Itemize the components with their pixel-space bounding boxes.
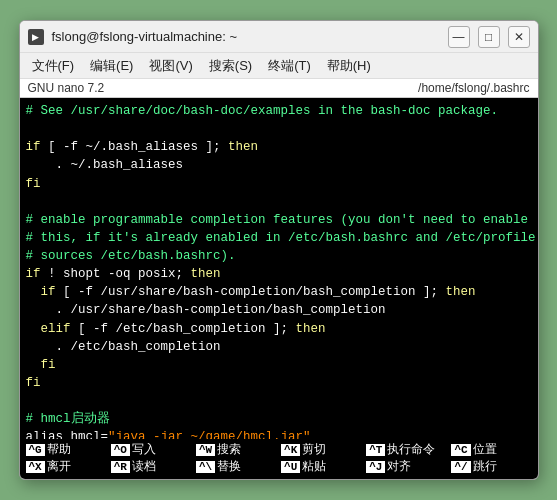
key-write: ^O — [111, 444, 130, 456]
status-pos[interactable]: ^C 位置 — [451, 441, 531, 458]
status-search[interactable]: ^W 搜索 — [196, 441, 276, 458]
nano-filename: /home/fslong/.bashrc — [418, 81, 529, 95]
menu-terminal[interactable]: 终端(T) — [260, 55, 319, 77]
label-goto: 跳行 — [473, 458, 497, 475]
status-write[interactable]: ^O 写入 — [111, 441, 191, 458]
status-replace[interactable]: ^\ 替换 — [196, 458, 276, 475]
key-align: ^J — [366, 461, 385, 473]
minimize-button[interactable]: — — [448, 26, 470, 48]
label-read: 读档 — [132, 458, 156, 475]
label-paste: 粘贴 — [302, 458, 326, 475]
status-cut[interactable]: ^K 剪切 — [281, 441, 361, 458]
key-help: ^G — [26, 444, 45, 456]
key-paste: ^U — [281, 461, 300, 473]
status-help[interactable]: ^G 帮助 — [26, 441, 106, 458]
menu-bar: 文件(F) 编辑(E) 视图(V) 搜索(S) 终端(T) 帮助(H) — [20, 53, 538, 79]
status-exec[interactable]: ^T 执行命令 — [366, 441, 446, 458]
label-exit: 离开 — [47, 458, 71, 475]
label-help: 帮助 — [47, 441, 71, 458]
status-exit[interactable]: ^X 离开 — [26, 458, 106, 475]
key-read: ^R — [111, 461, 130, 473]
close-button[interactable]: ✕ — [508, 26, 530, 48]
nano-version: GNU nano 7.2 — [28, 81, 105, 95]
nano-header: GNU nano 7.2 /home/fslong/.bashrc — [20, 79, 538, 98]
window-title: fslong@fslong-virtualmachine: ~ — [52, 29, 448, 44]
menu-search[interactable]: 搜索(S) — [201, 55, 260, 77]
status-row-1: ^G 帮助 ^O 写入 ^W 搜索 ^K 剪切 ^T 执行命令 ^C 位置 — [26, 441, 532, 458]
label-search: 搜索 — [217, 441, 241, 458]
key-goto: ^/ — [451, 461, 470, 473]
status-row-2: ^X 离开 ^R 读档 ^\ 替换 ^U 粘贴 ^J 对齐 ^/ 跳行 — [26, 458, 532, 475]
status-bar: ^G 帮助 ^O 写入 ^W 搜索 ^K 剪切 ^T 执行命令 ^C 位置 — [20, 439, 538, 479]
key-exit: ^X — [26, 461, 45, 473]
label-replace: 替换 — [217, 458, 241, 475]
label-align: 对齐 — [387, 458, 411, 475]
menu-view[interactable]: 视图(V) — [141, 55, 200, 77]
label-write: 写入 — [132, 441, 156, 458]
label-cut: 剪切 — [302, 441, 326, 458]
terminal-window: ▶ fslong@fslong-virtualmachine: ~ — □ ✕ … — [19, 20, 539, 480]
maximize-button[interactable]: □ — [478, 26, 500, 48]
terminal-icon: ▶ — [28, 29, 44, 45]
menu-help[interactable]: 帮助(H) — [319, 55, 379, 77]
status-read[interactable]: ^R 读档 — [111, 458, 191, 475]
label-exec: 执行命令 — [387, 441, 435, 458]
menu-file[interactable]: 文件(F) — [24, 55, 83, 77]
title-bar: ▶ fslong@fslong-virtualmachine: ~ — □ ✕ — [20, 21, 538, 53]
key-search: ^W — [196, 444, 215, 456]
menu-edit[interactable]: 编辑(E) — [82, 55, 141, 77]
label-pos: 位置 — [473, 441, 497, 458]
key-pos: ^C — [451, 444, 470, 456]
editor-area[interactable]: # See /usr/share/doc/bash-doc/examples i… — [20, 98, 538, 439]
status-align[interactable]: ^J 对齐 — [366, 458, 446, 475]
window-controls: — □ ✕ — [448, 26, 530, 48]
key-replace: ^\ — [196, 461, 215, 473]
status-goto[interactable]: ^/ 跳行 — [451, 458, 531, 475]
status-paste[interactable]: ^U 粘贴 — [281, 458, 361, 475]
editor-content: # See /usr/share/doc/bash-doc/examples i… — [26, 102, 532, 439]
key-cut: ^K — [281, 444, 300, 456]
key-exec: ^T — [366, 444, 385, 456]
